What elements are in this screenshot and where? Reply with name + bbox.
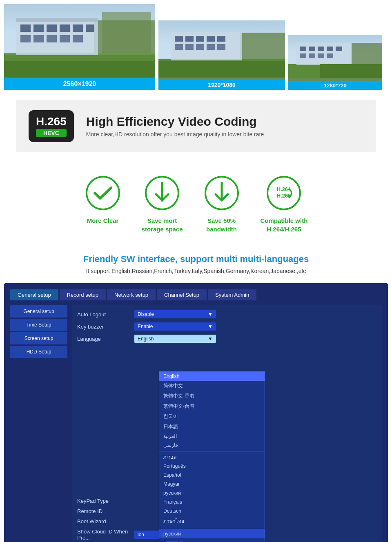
svg-rect-5 (16, 18, 98, 22)
dvr-content: General setup Time Setup Screen setup HD… (10, 305, 382, 542)
svg-rect-27 (217, 36, 225, 42)
svg-rect-36 (352, 43, 382, 64)
dvr-tab-channel[interactable]: Channel Setup (157, 289, 207, 300)
lang-deutsch[interactable]: Deutsch (159, 506, 265, 515)
resolution-medium: 1920*1080 (158, 20, 285, 90)
svg-rect-25 (196, 36, 204, 42)
compatible-label: Compatible with H.264/H.265 (261, 216, 308, 233)
svg-rect-6 (20, 24, 31, 32)
friendly-title: Friendly SW interface, support multi mul… (16, 254, 376, 264)
resolution-label-medium: 1920*1080 (158, 80, 285, 90)
save-bandwidth-icon (203, 175, 240, 211)
dvr-select-autologout[interactable]: Disable ▼ (134, 310, 216, 318)
svg-rect-38 (300, 47, 306, 51)
lang-french[interactable]: Français (159, 498, 265, 506)
feature-compatible: H.264 H.265 Compatible with H.264/H.265 (261, 175, 308, 233)
lang-traditional-tw[interactable]: 繁體中文-台灣 (159, 401, 265, 411)
h265-subtitle: More clear,HD resolution offer you best … (86, 131, 264, 138)
dvr-section: General setup Record setup Network setup… (4, 283, 388, 542)
svg-rect-47 (320, 64, 382, 78)
resolution-small: 1280*720 (288, 35, 382, 90)
svg-rect-45 (318, 53, 324, 58)
dvr-tab-system[interactable]: System Admin (208, 289, 256, 300)
dvr-tab-network[interactable]: Network setup (107, 289, 156, 300)
dvr-topbar: General setup Record setup Network setup… (10, 289, 382, 300)
dvr-label-keybuzzer: Key buzzer (77, 324, 130, 330)
lang-french2[interactable]: Français (159, 538, 265, 542)
dvr-sidebar-time[interactable]: Time Setup (10, 319, 67, 331)
dvr-row-autologout: Auto Logout Disable ▼ (77, 310, 377, 318)
h265-title: High Efficiency Video Coding (86, 115, 264, 129)
svg-rect-14 (47, 35, 57, 42)
lang-russian2[interactable]: русский (159, 529, 265, 538)
svg-rect-44 (309, 53, 315, 58)
svg-rect-40 (318, 47, 324, 51)
save-storage-label: Save mort storage space (142, 216, 183, 233)
svg-rect-10 (73, 24, 83, 32)
friendly-section: Friendly SW interface, support multi mul… (0, 246, 392, 278)
svg-rect-26 (207, 36, 215, 42)
lang-korean[interactable]: 한국어 (159, 411, 265, 422)
lang-english[interactable]: English (159, 372, 265, 381)
resolution-label-small: 1280*720 (288, 81, 382, 90)
svg-rect-46 (327, 53, 333, 58)
dvr-main: Auto Logout Disable ▼ Key buzzer Enable … (72, 305, 382, 542)
svg-rect-43 (300, 53, 306, 58)
language-dropdown[interactable]: English 简体中文 繁體中文-香港 繁體中文-台灣 한국어 日本語 الع… (159, 371, 265, 542)
svg-text:H.265: H.265 (277, 193, 291, 199)
save-storage-icon (144, 175, 180, 211)
dvr-row-keybuzzer: Key buzzer Enable ▼ (77, 322, 377, 331)
lang-traditional-hk[interactable]: 繁體中文-香港 (159, 391, 265, 401)
resolution-label-large: 2560×1920 (4, 78, 155, 90)
more-clear-label: More Clear (87, 216, 119, 225)
lang-simplified-chinese[interactable]: 简体中文 (159, 381, 265, 391)
svg-rect-21 (240, 33, 285, 59)
svg-point-51 (161, 199, 163, 202)
friendly-subtitle: It support English,Russian,French,Turkey… (16, 268, 376, 274)
feature-save-bandwidth: Save 50% bandwidth (203, 175, 240, 233)
svg-rect-3 (102, 12, 151, 53)
svg-rect-15 (60, 35, 70, 42)
dvr-select-language[interactable]: English ▼ (134, 335, 216, 343)
lang-portuguese[interactable]: Português (159, 462, 265, 471)
svg-rect-9 (60, 24, 70, 32)
h265-badge-top: H.265 (36, 115, 67, 128)
dvr-tab-record[interactable]: Record setup (60, 289, 106, 300)
dvr-label-autologout: Auto Logout (77, 311, 130, 318)
svg-rect-11 (86, 24, 94, 32)
svg-rect-30 (196, 44, 204, 50)
dvr-sidebar-screen[interactable]: Screen setup (10, 332, 67, 344)
svg-rect-39 (309, 47, 315, 51)
svg-rect-31 (207, 44, 215, 50)
dvr-sidebar-general[interactable]: General setup (10, 305, 67, 318)
lang-japanese[interactable]: 日本語 (159, 422, 265, 432)
building-image-large (4, 4, 155, 78)
lang-spanish[interactable]: Español (159, 471, 265, 480)
dvr-tab-general[interactable]: General setup (10, 289, 58, 300)
dvr-sidebar: General setup Time Setup Screen setup HD… (10, 305, 67, 542)
lang-thai[interactable]: ภาษาไทย (159, 515, 265, 526)
compatible-icon: H.264 H.265 (265, 175, 302, 211)
feature-more-clear: More Clear (85, 175, 121, 233)
svg-rect-29 (185, 44, 194, 50)
dvr-label-bootwizard: Boot Wizard (77, 518, 130, 524)
dvr-select-keybuzzer[interactable]: Enable ▼ (134, 322, 216, 331)
lang-magyar[interactable]: Magyar (159, 480, 265, 489)
lang-arabic[interactable]: العربية (159, 432, 265, 441)
svg-point-48 (87, 177, 119, 209)
dvr-sidebar-hdd[interactable]: HDD Setup (10, 346, 67, 358)
building-image-medium (158, 20, 285, 78)
lang-farsi[interactable]: فارسی (159, 441, 265, 450)
dvr-label-remoteid: Remote ID (77, 508, 130, 514)
dvr-label-keypad: KeyPad Type (77, 498, 130, 504)
svg-rect-16 (73, 35, 83, 42)
lang-russian[interactable]: русский (159, 489, 265, 498)
svg-rect-41 (327, 47, 333, 51)
svg-rect-7 (33, 24, 44, 32)
dvr-label-language: Language (77, 336, 130, 342)
building-image-small (288, 35, 382, 78)
feature-save-storage: Save mort storage space (142, 175, 183, 233)
save-bandwidth-label: Save 50% bandwidth (206, 216, 237, 233)
lang-hebrew[interactable]: עברית (159, 453, 265, 462)
svg-rect-23 (175, 36, 183, 42)
